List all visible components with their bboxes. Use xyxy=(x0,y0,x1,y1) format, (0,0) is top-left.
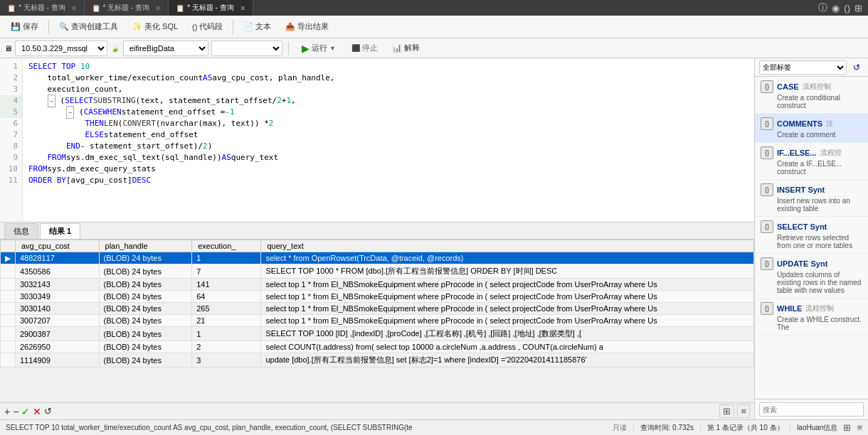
info-tab[interactable]: 信息 xyxy=(4,223,38,239)
snippet-filter-select[interactable]: 全部标签 xyxy=(759,60,847,75)
cell-execution: 21 xyxy=(192,315,261,327)
code-segment-button[interactable]: () 代码段 xyxy=(186,18,229,36)
code-line-2: total_worker_time/execution_count AS avg… xyxy=(28,72,748,84)
snippet-insert-desc: Insert new rows into an existing table xyxy=(777,197,862,213)
tab-2-icon: 📋 xyxy=(92,4,100,12)
cell-query-text: SELECT TOP 1000 * FROM [dbo].[所有工程当前报警信息… xyxy=(261,264,754,279)
snippet-while[interactable]: {} WHILE 流程控制 Create a WHILE construct. … xyxy=(755,299,868,335)
row-marker xyxy=(1,341,16,353)
table-row[interactable]: 2900387(BLOB) 24 bytes1SELECT TOP 1000 [… xyxy=(1,327,754,341)
schema-select[interactable] xyxy=(211,41,282,56)
database-select[interactable]: eifireBigData xyxy=(123,41,208,56)
snippet-comments[interactable]: {} COMMENTS 注 Create a comment xyxy=(755,114,868,143)
run-button[interactable]: ▶ 运行 ▼ xyxy=(295,41,343,56)
add-row-btn[interactable]: + xyxy=(4,406,10,417)
beautify-button[interactable]: ✨ 美化 SQL xyxy=(126,18,184,36)
snippet-select-icon: {} xyxy=(761,220,773,233)
snippet-case-sub: 流程控制 xyxy=(803,82,831,92)
line-num-11: 11 xyxy=(0,175,22,186)
col-query[interactable]: query_text xyxy=(261,240,754,252)
result-table-container[interactable]: avg_cpu_cost plan_handle execution_ quer… xyxy=(0,240,754,402)
cell-avg-cpu: 4350586 xyxy=(16,264,100,279)
snippet-while-sub: 流程控制 xyxy=(805,304,834,313)
stop-button[interactable]: ⬛ 停止 xyxy=(346,41,383,56)
panel-refresh-btn[interactable]: ↺ xyxy=(850,60,864,75)
table-row[interactable]: ▶48828117(BLOB) 24 bytes1select * from O… xyxy=(1,252,754,264)
code-line-10: FROM sys.dm_exec_query_stats xyxy=(28,163,748,175)
cell-query-text: select top 1 * from EI_NBSmokeEquipment … xyxy=(261,291,754,303)
query-builder-icon: 🔍 xyxy=(59,22,69,31)
code-line-5: − (CASE WHEN statement_end_offset = -1 xyxy=(28,107,748,118)
grid-view-btn[interactable]: ⊞ xyxy=(719,404,734,418)
cell-plan-handle: (BLOB) 24 bytes xyxy=(99,264,192,279)
cell-execution: 1 xyxy=(192,252,261,264)
code-line-6: THEN LEN(CONVERT(nvarchar(max), text)) *… xyxy=(28,118,748,129)
list-status-btn[interactable]: ≡ xyxy=(857,422,862,433)
snippet-update-desc: Updates columns of existing rows in the … xyxy=(777,271,862,294)
tab-2[interactable]: 📋 * 无标题 - 查询 ✕ xyxy=(85,0,169,16)
cell-plan-handle: (BLOB) 24 bytes xyxy=(99,303,192,315)
export-button[interactable]: 📤 导出结果 xyxy=(279,18,335,36)
code-content[interactable]: SELECT TOP 10 total_worker_time/executio… xyxy=(23,58,754,222)
cell-plan-handle: (BLOB) 24 bytes xyxy=(99,291,192,303)
table-toolbar: + − ✓ ✕ ↺ ⊞ ≡ xyxy=(0,402,754,419)
table-row[interactable]: 3032143(BLOB) 24 bytes141select top 1 * … xyxy=(1,279,754,291)
table-row[interactable]: 4350586(BLOB) 24 bytes7SELECT TOP 1000 *… xyxy=(1,264,754,279)
explain-icon: 📊 xyxy=(392,43,402,53)
snippet-search-input[interactable] xyxy=(759,402,864,417)
snippet-case[interactable]: {} CASE 流程控制 Create a conditional constr… xyxy=(755,77,868,114)
table-row[interactable]: 1114909(BLOB) 24 bytes3update [dbo].[所有工… xyxy=(1,353,754,367)
grid-icon-btn[interactable]: ⊞ xyxy=(854,3,862,14)
cell-avg-cpu: 3030349 xyxy=(16,291,100,303)
confirm-btn[interactable]: ✓ xyxy=(21,406,30,417)
cell-execution: 2 xyxy=(192,341,261,353)
text-icon: 📄 xyxy=(243,22,253,31)
toolbar-sep-1 xyxy=(48,20,49,34)
bracket-icon-btn[interactable]: () xyxy=(844,3,850,14)
col-plan[interactable]: plan_handle xyxy=(99,240,192,252)
delete-row-btn[interactable]: − xyxy=(13,406,18,417)
grid-status-btn[interactable]: ⊞ xyxy=(843,422,851,433)
cancel-btn[interactable]: ✕ xyxy=(33,406,41,417)
snippet-update[interactable]: {} UPDATE Synt Updates columns of existi… xyxy=(755,254,868,299)
table-row[interactable]: 2626950(BLOB) 24 bytes2select COUNT(t.ad… xyxy=(1,341,754,353)
list-view-btn[interactable]: ≡ xyxy=(737,404,750,418)
eye-icon-btn[interactable]: ◉ xyxy=(832,3,840,14)
tab-2-close[interactable]: ✕ xyxy=(155,4,161,12)
table-row[interactable]: 3030140(BLOB) 24 bytes265select top 1 * … xyxy=(1,303,754,315)
sql-editor[interactable]: 1 2 3 4 5 6 7 8 9 10 11 SELECT TOP 10 to… xyxy=(0,58,754,222)
explain-button[interactable]: 📊 解释 xyxy=(386,41,425,56)
connection-bar: 🖥 10.50.3.229_mssql 🍃 eifireBigData ▶ 运行… xyxy=(0,38,868,58)
snippet-insert[interactable]: {} INSERT Synt Insert new rows into an e… xyxy=(755,180,868,217)
refresh-table-btn[interactable]: ↺ xyxy=(44,406,52,417)
status-user-info: laoHuan信息 xyxy=(797,423,837,433)
tab-3-close[interactable]: ✕ xyxy=(240,4,245,12)
cell-avg-cpu: 3007207 xyxy=(16,315,100,327)
query-builder-button[interactable]: 🔍 查询创建工具 xyxy=(53,18,125,36)
line-num-6: 6 xyxy=(0,118,22,129)
cell-query-text: SELECT TOP 1000 [ID] ,[indexID] ,[proCod… xyxy=(261,327,754,341)
cell-plan-handle: (BLOB) 24 bytes xyxy=(99,353,192,367)
tab-1[interactable]: 📋 * 无标题 - 查询 ✕ xyxy=(0,0,85,16)
snippet-ifelse-icon: {} xyxy=(761,146,773,159)
save-button[interactable]: 💾 保存 xyxy=(4,18,45,36)
result-1-tab[interactable]: 结果 1 xyxy=(40,223,80,239)
col-exec[interactable]: execution_ xyxy=(192,240,261,252)
snippet-update-icon: {} xyxy=(761,257,773,270)
run-play-icon: ▶ xyxy=(302,43,309,54)
row-marker xyxy=(1,327,16,341)
table-row[interactable]: 3007207(BLOB) 24 bytes21select top 1 * f… xyxy=(1,315,754,327)
cell-plan-handle: (BLOB) 24 bytes xyxy=(99,341,192,353)
tab-3[interactable]: 📋 * 无标题 - 查询 ✕ xyxy=(169,0,253,16)
snippet-ifelse[interactable]: {} IF...ELSE... 流程控 Create a IF...ELSE..… xyxy=(755,143,868,180)
row-marker xyxy=(1,291,16,303)
snippet-select-title: SELECT Synt xyxy=(777,222,827,231)
text-button[interactable]: 📄 文本 xyxy=(237,18,277,36)
snippet-select[interactable]: {} SELECT Synt Retrieve rows selected fr… xyxy=(755,217,868,254)
server-select[interactable]: 10.50.3.229_mssql xyxy=(15,41,107,56)
save-icon: 💾 xyxy=(11,22,21,31)
col-avg-cpu[interactable]: avg_cpu_cost xyxy=(16,240,100,252)
tab-1-close[interactable]: ✕ xyxy=(71,4,77,12)
table-row[interactable]: 3030349(BLOB) 24 bytes64select top 1 * f… xyxy=(1,291,754,303)
info-icon-btn[interactable]: ⓘ xyxy=(818,1,827,14)
